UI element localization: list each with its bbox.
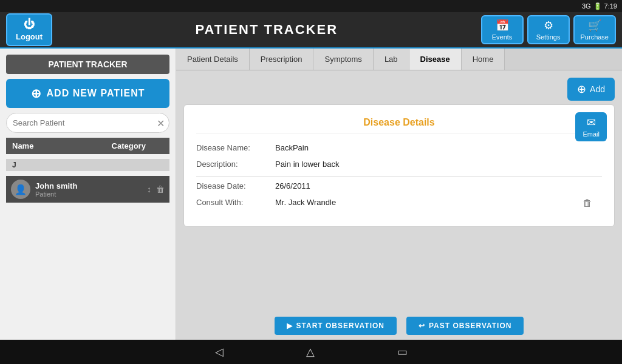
past-icon: ↩ xyxy=(419,322,425,330)
start-observation-button[interactable]: ▶ START OBSERVATION xyxy=(275,317,397,335)
consult-with-value: Mr. Jack Wrandle xyxy=(275,198,336,207)
patient-row[interactable]: 👤 John smith Patient ↕ 🗑 xyxy=(6,176,169,203)
add-patient-label: ADD NEW PATIENT xyxy=(47,88,145,99)
past-observation-label: PAST OBSERVATION xyxy=(429,322,511,330)
delete-patient-icon[interactable]: 🗑 xyxy=(156,184,165,194)
disease-name-row: Disease Name: BackPain xyxy=(196,143,602,152)
disease-card: Disease Details ✉ Email Disease Name: Ba… xyxy=(183,104,615,227)
signal-indicator: 3G xyxy=(582,2,591,10)
patient-type: Patient xyxy=(35,190,142,198)
past-observation-button[interactable]: ↩ PAST OBSERVATION xyxy=(406,317,524,335)
add-record-button[interactable]: ⊕ Add xyxy=(567,78,615,101)
disease-date-row: Disease Date: 26/6/2011 xyxy=(196,181,602,190)
main-content: PATIENT TRACKER ⊕ ADD NEW PATIENT ✕ Name… xyxy=(0,49,622,340)
settings-label: Settings xyxy=(536,33,561,41)
nav-bar: ◁ △ ▭ xyxy=(0,340,622,364)
events-button[interactable]: 📅 Events xyxy=(481,15,524,44)
email-button[interactable]: ✉ Email xyxy=(575,112,607,141)
recent-apps-button[interactable]: ▭ xyxy=(392,343,412,361)
logout-button[interactable]: ⏻ Logout xyxy=(6,13,52,46)
content-area: ⊕ Add Disease Details ✉ Email Disease Na… xyxy=(176,70,622,312)
scroll-indicator: ↕ xyxy=(147,184,151,194)
delete-record-icon[interactable]: 🗑 xyxy=(583,198,592,209)
add-label: Add xyxy=(590,84,605,94)
avatar: 👤 xyxy=(11,180,30,199)
purchase-button[interactable]: 🛒 Purchase xyxy=(573,15,616,44)
consult-with-row: Consult With: Mr. Jack Wrandle 🗑 xyxy=(196,198,602,207)
events-icon: 📅 xyxy=(496,19,509,32)
consult-with-label: Consult With: xyxy=(196,198,275,207)
email-label: Email xyxy=(583,130,600,138)
avatar-icon: 👤 xyxy=(15,184,27,195)
patient-name: John smith xyxy=(35,181,142,190)
battery-icon: 🔋 xyxy=(593,2,602,10)
home-button[interactable]: △ xyxy=(301,343,320,361)
description-row: Description: Pain in lower back xyxy=(196,160,602,169)
name-column-header: Name xyxy=(6,138,88,154)
search-input[interactable] xyxy=(6,113,169,133)
patient-list-header: Name Category xyxy=(6,138,169,154)
clear-search-icon[interactable]: ✕ xyxy=(157,117,165,129)
start-icon: ▶ xyxy=(287,322,293,330)
cart-icon: 🛒 xyxy=(588,19,601,32)
add-patient-button[interactable]: ⊕ ADD NEW PATIENT xyxy=(6,79,169,108)
logout-label: Logout xyxy=(16,32,43,41)
app-title: PATIENT TRACKER xyxy=(52,22,480,38)
description-value: Pain in lower back xyxy=(275,160,340,169)
plus-icon: ⊕ xyxy=(31,86,42,101)
app-header: ⏻ Logout PATIENT TRACKER 📅 Events ⚙ Sett… xyxy=(0,12,622,49)
back-button[interactable]: ◁ xyxy=(210,343,228,361)
separator xyxy=(196,176,602,177)
add-icon: ⊕ xyxy=(577,83,586,96)
patient-info: John smith Patient xyxy=(35,181,142,198)
disease-name-label: Disease Name: xyxy=(196,143,275,152)
tab-disease[interactable]: Disease xyxy=(409,49,462,70)
tab-lab[interactable]: Lab xyxy=(374,49,409,70)
settings-button[interactable]: ⚙ Settings xyxy=(527,15,570,44)
tab-symptoms[interactable]: Symptoms xyxy=(313,49,373,70)
status-bar: 3G 🔋 7:19 xyxy=(0,0,622,12)
disease-card-title: Disease Details xyxy=(196,117,602,133)
tab-prescription[interactable]: Prescription xyxy=(250,49,314,70)
time-display: 7:19 xyxy=(604,2,617,10)
sidebar-title: PATIENT TRACKER xyxy=(6,55,169,74)
sidebar: PATIENT TRACKER ⊕ ADD NEW PATIENT ✕ Name… xyxy=(0,49,176,340)
tab-patient-details[interactable]: Patient Details xyxy=(176,49,250,70)
disease-date-label: Disease Date: xyxy=(196,181,275,190)
disease-name-value: BackPain xyxy=(275,143,309,152)
start-observation-label: START OBSERVATION xyxy=(296,322,384,330)
purchase-label: Purchase xyxy=(581,33,609,41)
disease-date-value: 26/6/2011 xyxy=(275,181,310,190)
events-label: Events xyxy=(492,33,513,41)
right-panel: Patient Details Prescription Symptoms La… xyxy=(176,49,622,340)
category-column-header: Category xyxy=(88,138,170,154)
gear-icon: ⚙ xyxy=(544,19,553,32)
email-icon: ✉ xyxy=(587,116,596,129)
tab-home[interactable]: Home xyxy=(462,49,505,70)
power-icon: ⏻ xyxy=(24,18,35,31)
description-label: Description: xyxy=(196,160,275,169)
tabs-container: Patient Details Prescription Symptoms La… xyxy=(176,49,622,70)
group-label: J xyxy=(6,159,169,171)
search-container: ✕ xyxy=(6,113,169,133)
bottom-buttons: ▶ START OBSERVATION ↩ PAST OBSERVATION xyxy=(176,312,622,340)
